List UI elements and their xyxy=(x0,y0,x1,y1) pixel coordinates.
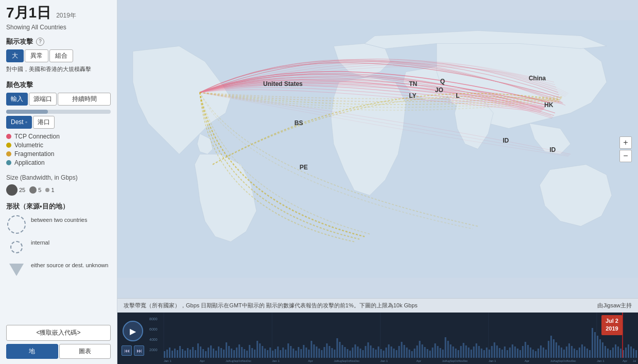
svg-rect-166 xyxy=(525,342,526,358)
view-chart-btn[interactable]: 圖表 xyxy=(59,344,111,359)
attack-type-legend: TCP Connection Volumetric Fragmentation … xyxy=(6,133,111,168)
svg-rect-39 xyxy=(197,343,199,358)
main-area: United States China HK BS PE TN LY JO L … xyxy=(117,0,638,364)
zoom-in-btn[interactable]: + xyxy=(619,136,632,149)
map-container[interactable]: United States China HK BS PE TN LY JO L … xyxy=(117,0,638,298)
embed-code-btn[interactable]: <獲取嵌入代碼> xyxy=(6,325,111,341)
color-scrollbar[interactable] xyxy=(6,110,111,114)
svg-rect-80 xyxy=(303,345,304,358)
svg-rect-85 xyxy=(316,346,317,358)
svg-rect-66 xyxy=(267,350,268,358)
svg-rect-73 xyxy=(285,350,286,358)
timeline-chart[interactable]: 8000 6000 4000 2000 Jan 1 Apr JulAugSepO… xyxy=(148,313,638,364)
size-dots: 25 5 1 xyxy=(6,184,111,196)
info-icon[interactable]: ? xyxy=(36,38,44,46)
jigsaw-credit: 由Jigsaw主持 xyxy=(597,302,632,309)
shape-section: 形狀（來源•目的地） between two countries interna… xyxy=(6,202,111,283)
svg-rect-163 xyxy=(517,349,519,358)
svg-text:JulAugSepOctNovDec: JulAugSepOctNovDec xyxy=(226,359,251,362)
svg-rect-203 xyxy=(620,349,622,358)
svg-rect-72 xyxy=(282,348,284,358)
view-map-btn[interactable]: 地 xyxy=(6,344,58,359)
svg-rect-83 xyxy=(311,341,312,358)
svg-rect-109 xyxy=(377,346,379,358)
color-filter-row1: 輸入 源端口 持續時間 xyxy=(6,93,111,106)
shape-internal: internal xyxy=(6,238,111,256)
svg-rect-165 xyxy=(522,346,524,358)
svg-rect-40 xyxy=(200,346,201,358)
svg-rect-142 xyxy=(463,343,464,358)
svg-rect-90 xyxy=(329,346,330,358)
next-btn[interactable]: ⏭ xyxy=(134,345,144,356)
svg-rect-101 xyxy=(357,346,358,358)
svg-rect-161 xyxy=(512,344,513,358)
combo-attack-btn[interactable]: 組合 xyxy=(49,49,73,62)
legend-volumetric: Volumetric xyxy=(6,142,111,149)
two-countries-desc: between two countries xyxy=(31,215,87,224)
unknown-desc: either source or dest. unknown xyxy=(31,261,108,269)
svg-rect-127 xyxy=(424,347,426,358)
svg-rect-75 xyxy=(290,346,291,358)
svg-rect-153 xyxy=(491,346,493,358)
svg-rect-132 xyxy=(437,346,439,358)
svg-rect-184 xyxy=(571,346,573,358)
svg-rect-126 xyxy=(422,344,423,358)
two-countries-icon xyxy=(6,215,27,234)
svg-text:Jan 1: Jan 1 xyxy=(164,359,171,362)
source-port-filter-btn[interactable]: 源端口 xyxy=(29,93,57,106)
svg-rect-64 xyxy=(262,346,263,358)
svg-rect-167 xyxy=(527,345,529,358)
selected-date: Jul 22019 xyxy=(606,318,618,332)
duration-filter-btn[interactable]: 持續時間 xyxy=(58,93,111,106)
svg-rect-53 xyxy=(233,350,235,358)
svg-rect-160 xyxy=(509,348,511,358)
svg-rect-197 xyxy=(605,346,606,358)
svg-rect-117 xyxy=(399,346,400,358)
play-button[interactable]: ▶ xyxy=(123,321,143,341)
anomaly-attack-btn[interactable]: 異常 xyxy=(25,49,48,62)
svg-rect-108 xyxy=(375,350,376,358)
svg-rect-156 xyxy=(499,348,501,358)
svg-rect-128 xyxy=(427,349,428,358)
svg-rect-99 xyxy=(352,348,353,358)
svg-rect-86 xyxy=(318,349,320,358)
zoom-controls: + − xyxy=(619,136,632,162)
nav-controls: ⏮ ⏭ xyxy=(122,345,144,356)
svg-rect-139 xyxy=(455,349,457,358)
svg-rect-171 xyxy=(538,349,539,358)
timeline-section: ▶ ⏮ ⏭ 8000 6000 4000 2000 Jan 1 Apr xyxy=(117,313,638,364)
svg-rect-87 xyxy=(321,350,322,358)
svg-rect-149 xyxy=(481,349,482,358)
zoom-out-btn[interactable]: − xyxy=(619,150,632,162)
svg-rect-82 xyxy=(308,350,309,358)
svg-rect-36 xyxy=(189,350,191,358)
svg-rect-152 xyxy=(489,350,490,358)
large-attack-btn[interactable]: 大 xyxy=(6,49,24,62)
size-dot-small xyxy=(45,188,49,192)
size-1: 1 xyxy=(45,187,54,193)
bottom-buttons: <獲取嵌入代碼> 地 圖表 xyxy=(6,320,111,359)
svg-rect-198 xyxy=(607,349,609,358)
svg-rect-54 xyxy=(236,348,237,358)
svg-rect-115 xyxy=(393,349,395,358)
svg-rect-172 xyxy=(540,345,542,358)
svg-rect-105 xyxy=(367,342,369,358)
dest-btn[interactable]: Dest ◦ xyxy=(6,116,32,129)
svg-rect-44 xyxy=(210,345,212,358)
svg-rect-199 xyxy=(610,350,611,358)
show-attacks-title: 顯示攻擊 ? xyxy=(6,37,111,46)
fragmentation-dot xyxy=(6,151,11,157)
port-btn[interactable]: 港口 xyxy=(33,116,55,129)
svg-rect-134 xyxy=(442,350,444,358)
input-filter-btn[interactable]: 輸入 xyxy=(6,93,28,106)
prev-btn[interactable]: ⏮ xyxy=(122,345,132,356)
svg-rect-154 xyxy=(494,342,495,358)
svg-rect-123 xyxy=(414,349,416,358)
svg-rect-93 xyxy=(336,338,338,358)
svg-rect-88 xyxy=(323,347,325,358)
scrollbar-thumb xyxy=(6,110,48,114)
svg-rect-174 xyxy=(545,350,547,358)
svg-rect-35 xyxy=(187,348,188,358)
svg-rect-30 xyxy=(174,349,176,358)
svg-rect-70 xyxy=(277,346,279,358)
